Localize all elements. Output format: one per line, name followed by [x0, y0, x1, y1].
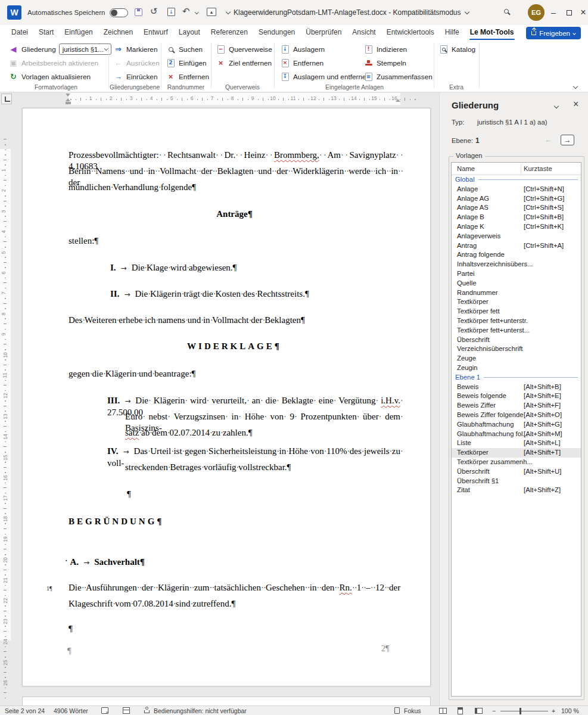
- paste-icon[interactable]: ↓: [167, 8, 175, 16]
- style-row-anlageverweis[interactable]: Anlageverweis: [452, 232, 581, 241]
- style-row-partei[interactable]: Partei: [452, 269, 581, 279]
- tab-hilfe[interactable]: Hilfe: [440, 25, 465, 41]
- title-dropdown-chevron[interactable]: [464, 10, 469, 14]
- share-button[interactable]: Freigeben: [526, 27, 581, 39]
- search-icon[interactable]: [504, 9, 509, 14]
- style-row-berschrift[interactable]: Überschrift[Alt+Shift+U]: [452, 467, 581, 477]
- style-row-anlage-b[interactable]: Anlage B[Ctrl+Shift+B]: [452, 213, 581, 222]
- katalog-button[interactable]: Katalog: [438, 43, 475, 55]
- word-logo-icon[interactable]: W: [7, 5, 21, 20]
- read-mode-icon[interactable]: [439, 708, 447, 714]
- hanging-indent-marker[interactable]: [66, 98, 70, 101]
- tab-start[interactable]: Start: [33, 25, 59, 41]
- redo-icon[interactable]: ↺: [150, 6, 158, 17]
- einr-cken-button[interactable]: →Einrücken: [113, 70, 157, 83]
- ribbon-collapse-chevron[interactable]: [573, 84, 578, 89]
- draw-icon[interactable]: ▴: [207, 8, 216, 16]
- tab-berpr-fen[interactable]: Überprüfen: [300, 25, 347, 41]
- maximize-button[interactable]: [562, 5, 575, 20]
- save-icon[interactable]: [135, 8, 142, 16]
- level-decrease-arrow[interactable]: ←: [545, 135, 552, 144]
- style-row-inhaltsverzeichnis-bers[interactable]: Inhaltsverzeichnisübers...: [452, 260, 581, 269]
- accessibility-status[interactable]: Bedienungshilfen: nicht verfügbar: [154, 707, 247, 714]
- panel-close-icon[interactable]: ×: [573, 99, 578, 110]
- tab-referenzen[interactable]: Referenzen: [206, 25, 253, 41]
- style-row-anlage-k[interactable]: Anlage K[Ctrl+Shift+K]: [452, 222, 581, 232]
- page-indicator[interactable]: Seite 2 von 24: [5, 707, 45, 714]
- stempeln-button[interactable]: Stempeln: [363, 57, 406, 69]
- style-row-beweis[interactable]: Beweis[Alt+Shift+B]: [452, 383, 581, 392]
- style-list[interactable]: Name Kurztaste GlobalAnlage[Ctrl+Shift+N…: [451, 162, 581, 697]
- tab-le-mot-tools[interactable]: Le Mot-Tools: [465, 25, 519, 41]
- style-row-glaubhaftmachung-fol[interactable]: Glaubhaftmachung fol...[Alt+Shift+M]: [452, 430, 581, 439]
- macro-icon[interactable]: [123, 707, 130, 714]
- style-row-anlage-ag[interactable]: Anlage AG[Ctrl+Shift+G]: [452, 194, 581, 204]
- style-row-glaubhaftmachung[interactable]: Glaubhaftmachung[Alt+Shift+G]: [452, 420, 581, 430]
- auslagern-und-entfernen-button[interactable]: ↧Auslagern und entfernen: [280, 70, 370, 83]
- entfernen-button[interactable]: ×Entfernen: [166, 70, 209, 83]
- document-page[interactable]: [22, 108, 431, 686]
- querverweise-button[interactable]: −Querverweise: [216, 43, 272, 55]
- vertical-ruler[interactable]: 1234567891011121314151617181920212223242…: [0, 106, 11, 705]
- style-row-anlage-as[interactable]: Anlage AS[Ctrl+Shift+S]: [452, 203, 581, 213]
- einf-gen-button[interactable]: 2Einfügen: [166, 57, 207, 69]
- zoom-in-button[interactable]: +: [552, 707, 555, 714]
- autosave-toggle[interactable]: [110, 8, 128, 17]
- outline-style-dropdown[interactable]: juristisch §1...: [59, 43, 111, 55]
- suchen-button[interactable]: Suchen: [166, 43, 203, 55]
- style-row-liste[interactable]: Liste[Alt+Shift+L]: [452, 439, 581, 448]
- tab-zeichnen[interactable]: Zeichnen: [98, 25, 138, 41]
- tab-entwurf[interactable]: Entwurf: [138, 25, 173, 41]
- style-row-beweis-ziffer-folgende[interactable]: Beweis Ziffer folgende[Alt+Shift+O]: [452, 411, 581, 420]
- style-row-textk-rper-fett-unterstr[interactable]: Textkörper fett+unterstr.: [452, 316, 581, 326]
- ziel-entfernen-button[interactable]: ×Ziel entfernen: [216, 57, 272, 69]
- zusammenfassen-button[interactable]: ≡Zusammenfassen: [363, 70, 433, 83]
- auslagern-button[interactable]: ↓Auslagern: [280, 43, 325, 55]
- style-row-verzeichnis-berschrift[interactable]: Verzeichnisüberschrift: [452, 344, 581, 354]
- tab-entwicklertools[interactable]: Entwicklertools: [381, 25, 440, 41]
- zoom-slider-thumb[interactable]: [519, 708, 521, 714]
- entfernen-button[interactable]: ×Entfernen: [280, 57, 323, 69]
- zoom-out-button[interactable]: −: [492, 707, 496, 714]
- focus-button[interactable]: Fokus: [404, 707, 421, 714]
- first-line-indent-marker[interactable]: [66, 94, 70, 97]
- style-row-beweis-ziffer[interactable]: Beweis Ziffer[Alt+Shift+F]: [452, 401, 581, 411]
- style-row-randnummer[interactable]: Randnummer: [452, 288, 581, 298]
- style-row-beweis-folgende[interactable]: Beweis folgende[Alt+Shift+E]: [452, 391, 581, 401]
- style-row-zeuge[interactable]: Zeuge: [452, 354, 581, 363]
- web-layout-icon[interactable]: [475, 708, 483, 714]
- style-row-textk-rper[interactable]: Textkörper: [452, 297, 581, 307]
- style-row-zitat[interactable]: Zitat[Alt+Shift+Z]: [452, 486, 581, 495]
- indizieren-button[interactable]: !Indizieren: [363, 43, 407, 55]
- proofing-status-icon[interactable]: [101, 707, 108, 714]
- markieren-button[interactable]: ⇒Markieren: [113, 43, 157, 55]
- zoom-slider-track[interactable]: [500, 711, 548, 711]
- minimize-button[interactable]: –: [547, 5, 560, 20]
- style-row-antrag[interactable]: Antrag[Ctrl+Shift+A]: [452, 241, 581, 251]
- horizontal-ruler[interactable]: 12345678910111213141516: [12, 93, 436, 105]
- avatar[interactable]: EG: [528, 4, 545, 21]
- qat-overflow-chevron[interactable]: [226, 10, 231, 14]
- vorlagen-aktualisieren-button[interactable]: ↻Vorlagen aktualisieren: [8, 70, 91, 83]
- style-row-quelle[interactable]: Quelle: [452, 279, 581, 288]
- tab-datei[interactable]: Datei: [6, 25, 33, 41]
- style-row-textk-rper-fett-unterst[interactable]: Textkörper fett+unterst...: [452, 326, 581, 335]
- style-row-anlage[interactable]: Anlage[Ctrl+Shift+N]: [452, 185, 581, 194]
- style-row-textk-rper-fett[interactable]: Textkörper fett: [452, 307, 581, 316]
- tab-selector[interactable]: [1, 94, 12, 104]
- tab-einf-gen[interactable]: Einfügen: [59, 25, 98, 41]
- tab-sendungen[interactable]: Sendungen: [253, 25, 300, 41]
- zoom-level[interactable]: 100 %: [561, 707, 579, 714]
- style-row-zeugin[interactable]: Zeugin: [452, 363, 581, 373]
- level-increase-arrow[interactable]: →: [561, 135, 574, 145]
- undo-icon[interactable]: ↶: [182, 6, 190, 17]
- close-button[interactable]: ×: [577, 5, 588, 20]
- panel-dropdown-chevron[interactable]: [554, 104, 559, 108]
- style-row-textk-rper-zusammenh[interactable]: Textkörper zusammenh...: [452, 458, 581, 467]
- tab-layout[interactable]: Layout: [173, 25, 206, 41]
- print-layout-icon[interactable]: [458, 707, 463, 714]
- style-row-berschrift-1[interactable]: Überschrift §1: [452, 477, 581, 486]
- undo-dropdown-chevron[interactable]: [195, 10, 198, 14]
- left-indent-marker[interactable]: [66, 102, 71, 104]
- style-row-berschrift[interactable]: Überschrift: [452, 335, 581, 345]
